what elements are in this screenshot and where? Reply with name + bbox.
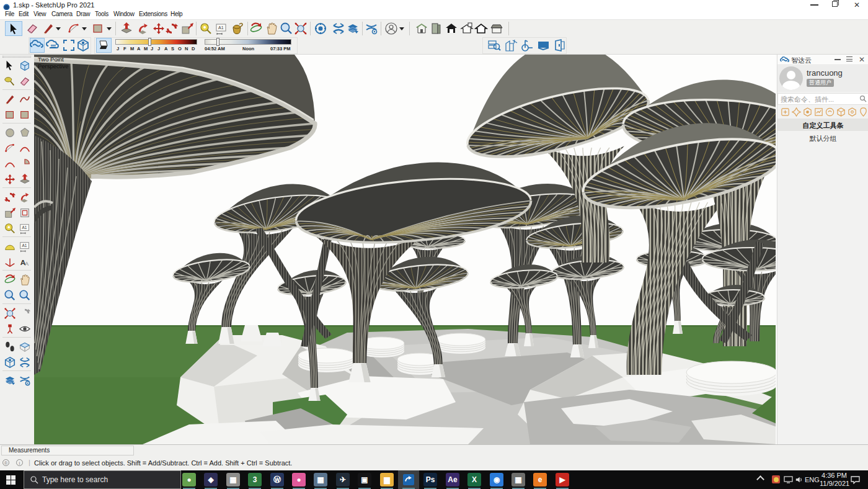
svg-text:Perspective: Perspective	[38, 63, 69, 70]
svg-text:A: A	[25, 261, 29, 267]
svg-text:A1: A1	[22, 225, 27, 230]
svg-text:A1: A1	[22, 243, 27, 248]
svg-text:Two Point: Two Point	[38, 56, 64, 63]
svg-text:A1: A1	[218, 25, 224, 30]
